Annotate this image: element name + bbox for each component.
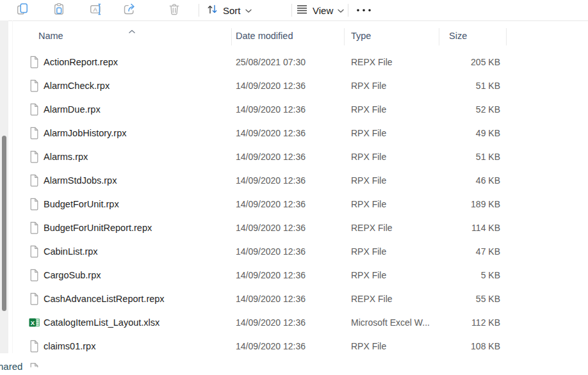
generic-file-icon xyxy=(29,197,40,211)
toolbar-divider xyxy=(348,4,348,17)
file-type: RPX File xyxy=(351,341,386,351)
paste-icon xyxy=(53,3,65,18)
file-size: 205 KB xyxy=(410,57,500,67)
copy-icon xyxy=(16,3,29,18)
generic-file-icon xyxy=(29,126,40,140)
paste-button[interactable] xyxy=(51,2,67,19)
share-icon xyxy=(123,3,136,18)
file-size: 47 KB xyxy=(410,246,500,257)
file-date-modified: 14/09/2020 12:36 xyxy=(236,104,306,115)
file-date-modified: 14/09/2020 12:36 xyxy=(236,152,306,162)
share-button[interactable] xyxy=(121,2,138,19)
view-button[interactable]: View xyxy=(296,2,344,19)
rename-icon: A xyxy=(90,3,102,18)
file-size: 51 KB xyxy=(410,81,500,91)
file-name: AlarmDue.rpx xyxy=(44,104,101,115)
file-date-modified: 14/09/2020 12:36 xyxy=(236,270,306,280)
toolbar-divider xyxy=(291,4,292,17)
file-row[interactable]: X CargoSub.rpx 14/09/2020 12:36 RPX File… xyxy=(0,263,588,287)
column-header-name[interactable]: Name xyxy=(38,31,63,41)
column-resize-handle[interactable] xyxy=(439,28,439,45)
file-size: 51 KB xyxy=(410,152,500,162)
file-name: CargoSub.rpx xyxy=(44,270,101,280)
generic-file-icon xyxy=(29,292,40,305)
file-row[interactable]: X BudgetForUnitReport.repx 14/09/2020 12… xyxy=(0,216,588,239)
trash-icon xyxy=(168,3,181,18)
file-date-modified: 14/09/2020 12:36 xyxy=(236,81,306,91)
rename-button[interactable]: A xyxy=(88,2,104,19)
file-row[interactable]: X CabinList.rpx 14/09/2020 12:36 RPX Fil… xyxy=(0,239,588,263)
column-resize-handle[interactable] xyxy=(231,28,232,45)
generic-file-icon xyxy=(29,55,40,68)
file-row[interactable]: X BudgetForUnit.rpx 14/09/2020 12:36 RPX… xyxy=(0,192,588,216)
file-row[interactable]: X AlarmCheck.rpx 14/09/2020 12:36 RPX Fi… xyxy=(0,74,588,97)
file-row[interactable]: X claims01.rpx 14/09/2020 12:36 RPX File… xyxy=(0,334,588,358)
column-header-date-modified[interactable]: Date modified xyxy=(236,31,293,41)
file-list: X ActionReport.repx 25/08/2021 07:30 REP… xyxy=(0,50,588,358)
file-date-modified: 14/09/2020 12:36 xyxy=(236,175,306,186)
ellipsis-icon xyxy=(355,4,372,16)
chevron-down-icon xyxy=(338,4,344,16)
copy-button[interactable] xyxy=(14,2,31,19)
sort-arrows-icon xyxy=(206,3,218,18)
file-type: RPX File xyxy=(351,246,386,257)
file-type: RPX File xyxy=(351,128,386,138)
file-type: REPX File xyxy=(351,223,393,233)
file-date-modified: 14/09/2020 12:36 xyxy=(236,223,306,233)
file-name: CabinList.rpx xyxy=(44,246,98,257)
file-date-modified: 14/09/2020 12:36 xyxy=(236,317,306,328)
generic-file-icon xyxy=(29,268,40,282)
file-type: RPX File xyxy=(351,152,386,162)
file-row[interactable]: X ActionReport.repx 25/08/2021 07:30 REP… xyxy=(0,50,588,74)
file-name: BudgetForUnit.rpx xyxy=(44,199,119,209)
file-name: CashAdvanceListReport.repx xyxy=(44,294,165,304)
nav-item-shared-partial[interactable]: hared xyxy=(0,361,22,372)
toolbar-divider xyxy=(199,4,199,17)
generic-file-icon xyxy=(29,173,40,187)
file-name: AlarmStdJobs.rpx xyxy=(44,175,117,186)
file-name: BudgetForUnitReport.repx xyxy=(44,223,152,233)
generic-file-icon xyxy=(29,221,40,234)
file-date-modified: 25/08/2021 07:30 xyxy=(236,57,306,67)
column-header-type[interactable]: Type xyxy=(351,31,371,41)
file-size: 52 KB xyxy=(410,104,500,115)
file-type: RPX File xyxy=(351,104,386,115)
column-header-size[interactable]: Size xyxy=(449,31,467,41)
view-button-label: View xyxy=(313,5,333,16)
file-row[interactable]: X CashAdvanceListReport.repx 14/09/2020 … xyxy=(0,287,588,310)
file-size: 112 KB xyxy=(410,317,500,328)
view-list-icon xyxy=(296,3,308,18)
column-resize-handle[interactable] xyxy=(506,28,507,45)
see-more-button[interactable] xyxy=(354,2,374,19)
file-type: REPX File xyxy=(351,294,393,304)
file-size: 189 KB xyxy=(410,199,500,209)
column-resize-handle[interactable] xyxy=(344,28,345,45)
file-size: 55 KB xyxy=(410,294,500,304)
file-name: claims01.rpx xyxy=(44,341,95,351)
file-name: ActionReport.repx xyxy=(44,57,118,67)
file-size: 114 KB xyxy=(410,223,500,233)
excel-file-icon: X xyxy=(29,317,40,328)
generic-file-icon xyxy=(29,339,40,353)
generic-file-icon xyxy=(29,150,40,163)
generic-file-icon xyxy=(29,244,40,258)
generic-file-icon xyxy=(29,79,40,92)
file-date-modified: 14/09/2020 12:36 xyxy=(236,341,306,351)
file-date-modified: 14/09/2020 12:36 xyxy=(236,199,306,209)
file-row[interactable]: X CatalogItemList_Layout.xlsx 14/09/2020… xyxy=(0,310,588,334)
file-row[interactable]: X AlarmDue.rpx 14/09/2020 12:36 RPX File… xyxy=(0,97,588,121)
svg-text:X: X xyxy=(31,319,35,326)
delete-button[interactable] xyxy=(166,2,183,19)
chevron-down-icon xyxy=(245,4,252,16)
file-row[interactable]: X AlarmStdJobs.rpx 14/09/2020 12:36 RPX … xyxy=(0,168,588,192)
file-size: 5 KB xyxy=(410,270,500,280)
file-size: 46 KB xyxy=(410,175,500,186)
file-row[interactable]: X Alarms.rpx 14/09/2020 12:36 RPX File 5… xyxy=(0,145,588,168)
file-size: 49 KB xyxy=(410,128,500,138)
sort-button[interactable]: Sort xyxy=(206,2,252,19)
file-name: Alarms.rpx xyxy=(44,152,88,162)
file-type: REPX File xyxy=(351,57,393,67)
file-row[interactable]: X AlarmJobHistory.rpx 14/09/2020 12:36 R… xyxy=(0,121,588,145)
file-row-partial[interactable] xyxy=(29,362,40,367)
file-type: RPX File xyxy=(351,81,386,91)
